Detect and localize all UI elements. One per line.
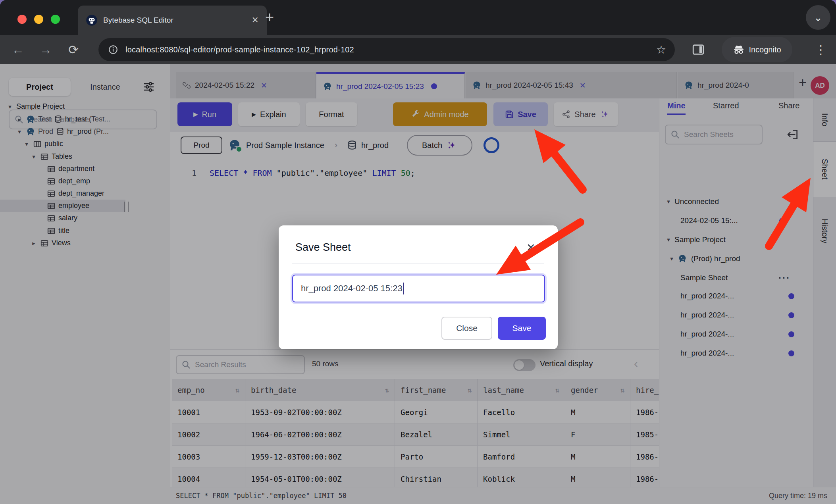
url-text: localhost:8080/sql-editor/prod-sample-in… (125, 45, 354, 54)
forward-icon[interactable]: → (40, 44, 52, 56)
dialog-divider (292, 263, 544, 264)
dialog-title: Save Sheet (295, 241, 351, 254)
text-cursor (403, 283, 405, 294)
bookmark-star-icon[interactable]: ☆ (656, 43, 666, 56)
sheet-name-value: hr_prod 2024-02-05 15:23 (301, 283, 403, 294)
screen: Bytebase SQL Editor ✕ + ⌄ ← → ⟳ localhos… (0, 0, 836, 504)
address-bar[interactable]: localhost:8080/sql-editor/prod-sample-in… (98, 38, 675, 61)
browser-menu-icon[interactable]: ⋮ (815, 44, 827, 56)
close-tab-icon[interactable]: ✕ (252, 16, 259, 25)
incognito-icon (733, 44, 745, 56)
browser-tabstrip: Bytebase SQL Editor ✕ + ⌄ (0, 0, 836, 35)
browser-tab[interactable]: Bytebase SQL Editor ✕ (78, 6, 267, 35)
back-icon[interactable]: ← (12, 44, 24, 56)
incognito-badge: Incognito (722, 37, 792, 62)
window-close-button[interactable] (17, 15, 27, 24)
chevron-down-icon: ⌄ (814, 12, 823, 24)
sheet-name-input[interactable]: hr_prod 2024-02-05 15:23 (292, 275, 545, 302)
browser-tab-title: Bytebase SQL Editor (103, 16, 246, 25)
browser-window: Bytebase SQL Editor ✕ + ⌄ ← → ⟳ localhos… (0, 0, 836, 504)
window-zoom-button[interactable] (51, 15, 60, 24)
new-tab-button[interactable]: + (265, 9, 274, 26)
bytebase-favicon (86, 14, 98, 26)
dialog-save-button[interactable]: Save (498, 317, 546, 340)
save-sheet-dialog: Save Sheet ✕ hr_prod 2024-02-05 15:23 Cl… (279, 225, 558, 349)
side-panel-icon[interactable] (692, 43, 705, 56)
dialog-close-button[interactable]: Close (441, 317, 492, 340)
dialog-close-icon[interactable]: ✕ (526, 241, 536, 254)
incognito-label: Incognito (749, 45, 781, 54)
reload-icon[interactable]: ⟳ (68, 44, 79, 56)
tab-search-button[interactable]: ⌄ (806, 5, 830, 30)
site-info-icon[interactable] (108, 44, 118, 55)
window-minimize-button[interactable] (34, 15, 43, 24)
browser-toolbar: ← → ⟳ localhost:8080/sql-editor/prod-sam… (0, 35, 836, 64)
